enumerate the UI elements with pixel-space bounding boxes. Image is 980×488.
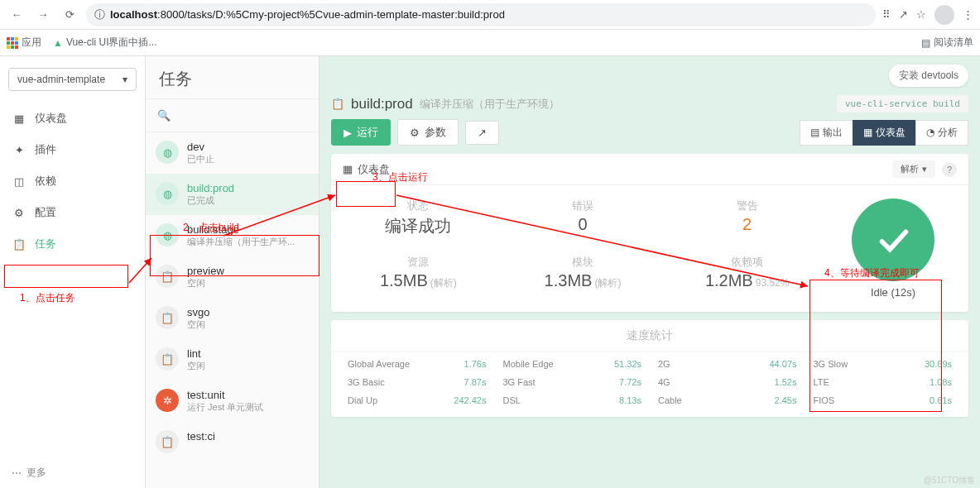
speed-value: 1.08s xyxy=(930,377,952,387)
analyze-tab[interactable]: ◔分析 xyxy=(915,120,968,146)
idle-text: Idle (12s) xyxy=(871,286,915,299)
task-subtitle: 已完成 xyxy=(187,194,234,207)
output-label: 输出 xyxy=(823,126,843,140)
task-icon: 📋 xyxy=(156,265,179,288)
back-button[interactable]: ← xyxy=(7,5,26,25)
task-name: preview xyxy=(187,265,224,277)
bookmark-label: Vue-cli UI界面中插... xyxy=(66,36,157,50)
task-icon: ✲ xyxy=(156,389,179,412)
params-button[interactable]: ⚙ 参数 xyxy=(397,119,459,146)
command-badge: vue-cli-service build xyxy=(837,95,968,112)
stat-warnings: 警告 2 xyxy=(673,199,821,246)
install-devtools-button[interactable]: 安装 devtools xyxy=(889,65,968,87)
chevron-down-icon: ▾ xyxy=(122,74,127,85)
apps-bookmark[interactable]: 应用 xyxy=(7,36,41,50)
output-tab[interactable]: ▤输出 xyxy=(800,120,853,146)
translate-icon[interactable]: ⠿ xyxy=(882,8,891,21)
project-selector[interactable]: vue-admin-template ▾ xyxy=(8,68,137,91)
speed-title: 速度统计 xyxy=(331,320,968,352)
dashboard-label: 仪表盘 xyxy=(876,126,906,140)
speed-name: 3G Basic xyxy=(348,377,385,387)
task-item-build-stage[interactable]: ◍build:stage编译并压缩（用于生产环... xyxy=(146,215,319,256)
stat-assets: 资源 1.5MB(解析) xyxy=(344,255,492,299)
share-icon[interactable]: ↗ xyxy=(899,8,908,21)
sidebar-item-plugins[interactable]: ✦ 插件 xyxy=(0,134,145,165)
open-external-button[interactable]: ↗ xyxy=(465,121,499,145)
clipboard-icon: 📋 xyxy=(12,237,26,251)
nav-list: ▦ 仪表盘 ✦ 插件 ◫ 依赖 ⚙ 配置 📋 任务 xyxy=(0,103,145,457)
apps-label: 应用 xyxy=(22,36,41,50)
parse-label: 解析 xyxy=(901,163,919,175)
task-name: svgo xyxy=(187,306,209,318)
stat-note: (解析) xyxy=(430,277,457,289)
clipboard-icon: 📋 xyxy=(331,98,344,110)
stat-value: 1.2MB xyxy=(705,271,753,289)
task-item-build-prod[interactable]: ◍build:prod已完成 xyxy=(146,174,319,215)
task-subtitle: 空闲 xyxy=(187,277,224,289)
nav-label: 依赖 xyxy=(35,174,56,189)
more-label: 更多 xyxy=(26,466,46,480)
stat-value: 1.5MB xyxy=(380,271,428,289)
chart-icon: ◔ xyxy=(926,127,934,138)
task-subtitle: 空闲 xyxy=(187,318,209,331)
speed-card: 速度统计 Global Average1.76sMobile Edge51.32… xyxy=(331,320,968,417)
speed-value: 8.13s xyxy=(619,395,641,405)
task-item-preview[interactable]: 📋preview空闲 xyxy=(146,256,319,298)
success-check-icon xyxy=(852,199,934,281)
task-icon: ◍ xyxy=(156,141,179,164)
gear-icon: ⚙ xyxy=(12,205,26,220)
sidebar-item-tasks[interactable]: 📋 任务 xyxy=(0,228,145,260)
speed-value: 7.72s xyxy=(619,377,641,387)
parse-select[interactable]: 解析 ▾ xyxy=(892,160,935,178)
task-subtitle: 已中止 xyxy=(187,153,214,165)
speed-row: 4G1.52s xyxy=(658,377,797,387)
profile-avatar[interactable] xyxy=(934,5,954,25)
more-icon: ⋯ xyxy=(12,467,22,479)
more-button[interactable]: ⋯ 更多 xyxy=(0,457,145,488)
stat-label: 状态 xyxy=(344,199,492,213)
task-title: build:prod xyxy=(351,96,413,112)
reading-list[interactable]: ▤ 阅读清单 xyxy=(921,36,973,50)
sidebar-item-config[interactable]: ⚙ 配置 xyxy=(0,197,145,228)
vuecli-bookmark[interactable]: ▲ Vue-cli UI界面中插... xyxy=(53,36,156,50)
task-subtitle: 运行 Jest 单元测试 xyxy=(187,401,263,414)
reload-button[interactable]: ⟳ xyxy=(60,5,79,25)
task-item-lint[interactable]: 📋lint空闲 xyxy=(146,339,319,380)
grid-icon: ▦ xyxy=(863,127,872,138)
action-row: ▶ 运行 ⚙ 参数 ↗ ▤输出 ▦仪表盘 ◔分析 xyxy=(331,119,968,146)
dashboard-tab[interactable]: ▦仪表盘 xyxy=(853,120,916,146)
speed-name: DSL xyxy=(503,395,521,405)
main-content: 安装 devtools 📋 build:prod 编译并压缩（用于生产环境） v… xyxy=(319,56,980,488)
speed-value: 7.87s xyxy=(464,377,487,387)
app-root: vue-admin-template ▾ ▦ 仪表盘 ✦ 插件 ◫ 依赖 ⚙ 配… xyxy=(0,56,980,488)
chevron-down-icon: ▾ xyxy=(922,164,927,175)
speed-row: Mobile Edge51.32s xyxy=(503,359,642,369)
star-icon[interactable]: ☆ xyxy=(916,8,926,21)
task-search-input[interactable] xyxy=(174,104,323,127)
speed-name: 4G xyxy=(658,377,670,387)
stat-note: 93.52% xyxy=(756,277,790,289)
speed-name: 2G xyxy=(658,359,670,369)
help-button[interactable]: ? xyxy=(942,162,957,177)
task-item-test-ci[interactable]: 📋test:ci xyxy=(146,422,319,462)
external-icon: ↗ xyxy=(478,127,487,139)
menu-icon[interactable]: ⋮ xyxy=(963,8,973,21)
grid-icon: ▦ xyxy=(343,163,353,175)
task-item-test-unit[interactable]: ✲test:unit运行 Jest 单元测试 xyxy=(146,380,319,422)
stat-deps: 依赖项 1.2MB93.52% xyxy=(673,255,821,299)
plugin-icon: ✦ xyxy=(12,142,26,157)
task-item-dev[interactable]: ◍dev已中止 xyxy=(146,132,319,174)
speed-value: 1.76s xyxy=(464,359,487,369)
forward-button[interactable]: → xyxy=(33,5,53,25)
task-item-svgo[interactable]: 📋svgo空闲 xyxy=(146,298,319,339)
url-path: :8000/tasks/D:%5Cmy-project%5Cvue-admin-… xyxy=(157,8,505,21)
sidebar-item-dependencies[interactable]: ◫ 依赖 xyxy=(0,165,145,197)
url-bar[interactable]: ⓘ localhost:8000/tasks/D:%5Cmy-project%5… xyxy=(86,3,876,26)
task-name: dev xyxy=(187,141,214,153)
sidebar-item-dashboard[interactable]: ▦ 仪表盘 xyxy=(0,103,145,134)
stat-note: (解析) xyxy=(594,277,621,289)
speed-row: Cable2.45s xyxy=(658,395,797,405)
run-button[interactable]: ▶ 运行 xyxy=(331,119,391,146)
speed-name: Mobile Edge xyxy=(503,359,554,369)
nav-label: 任务 xyxy=(35,237,56,251)
